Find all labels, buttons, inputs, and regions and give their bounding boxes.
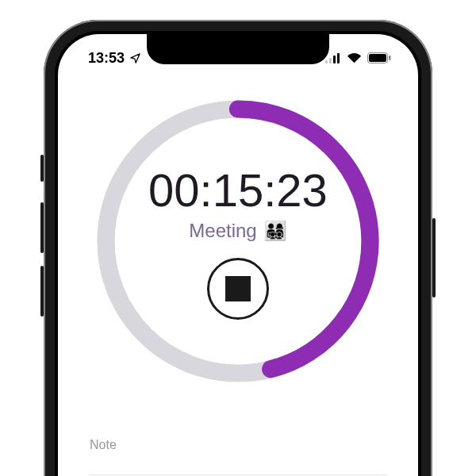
notch [147,34,329,64]
stop-icon [225,276,251,301]
task-row[interactable]: Meeting 👨‍👩‍👧‍👦 [189,220,286,242]
status-time: 13:53 [88,50,125,67]
note-input[interactable]: Note [90,421,386,475]
wifi-icon [347,52,362,63]
cellular-icon [325,53,341,63]
mute-switch[interactable] [40,155,44,182]
svg-rect-2 [333,56,336,63]
family-emoji-icon: 👨‍👩‍👧‍👦 [263,220,287,242]
stop-button[interactable] [207,258,269,320]
svg-rect-3 [337,53,340,63]
elapsed-time: 00:15:23 [148,163,328,217]
progress-ring: 00:15:23 Meeting 👨‍👩‍👧‍👦 [91,94,385,388]
phone-bezel: 13:53 [55,31,421,476]
phone-frame: 13:53 [44,20,432,476]
task-label: Meeting [189,220,256,242]
volume-up-button[interactable] [40,202,44,253]
note-placeholder: Note [90,438,117,452]
svg-rect-5 [369,54,386,62]
timer-area: 00:15:23 Meeting 👨‍👩‍👧‍👦 [58,94,418,388]
location-arrow-icon [129,52,141,64]
svg-rect-1 [329,58,332,63]
battery-full-icon [367,52,391,63]
screen: 13:53 [58,34,418,476]
volume-down-button[interactable] [40,266,44,317]
svg-rect-0 [325,60,328,63]
power-button[interactable] [432,218,436,298]
svg-rect-6 [389,56,391,60]
